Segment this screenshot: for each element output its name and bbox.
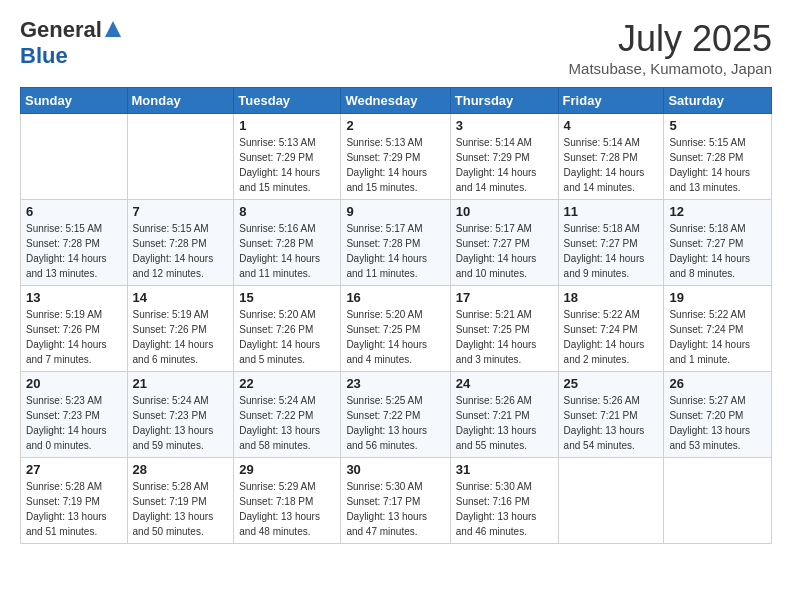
col-tuesday: Tuesday <box>234 88 341 114</box>
day-info: Sunrise: 5:26 AMSunset: 7:21 PMDaylight:… <box>456 393 553 453</box>
day-info: Sunrise: 5:25 AMSunset: 7:22 PMDaylight:… <box>346 393 444 453</box>
calendar-header-row: Sunday Monday Tuesday Wednesday Thursday… <box>21 88 772 114</box>
calendar-cell: 29Sunrise: 5:29 AMSunset: 7:18 PMDayligh… <box>234 458 341 544</box>
day-number: 3 <box>456 118 553 133</box>
day-number: 21 <box>133 376 229 391</box>
day-number: 7 <box>133 204 229 219</box>
calendar-cell: 10Sunrise: 5:17 AMSunset: 7:27 PMDayligh… <box>450 200 558 286</box>
logo-general: General <box>20 17 102 42</box>
logo-text: General <box>20 18 124 44</box>
svg-marker-0 <box>105 21 121 37</box>
day-info: Sunrise: 5:15 AMSunset: 7:28 PMDaylight:… <box>669 135 766 195</box>
day-info: Sunrise: 5:13 AMSunset: 7:29 PMDaylight:… <box>346 135 444 195</box>
day-number: 23 <box>346 376 444 391</box>
day-info: Sunrise: 5:27 AMSunset: 7:20 PMDaylight:… <box>669 393 766 453</box>
calendar-cell: 9Sunrise: 5:17 AMSunset: 7:28 PMDaylight… <box>341 200 450 286</box>
day-info: Sunrise: 5:23 AMSunset: 7:23 PMDaylight:… <box>26 393 122 453</box>
day-info: Sunrise: 5:17 AMSunset: 7:28 PMDaylight:… <box>346 221 444 281</box>
day-info: Sunrise: 5:22 AMSunset: 7:24 PMDaylight:… <box>564 307 659 367</box>
day-number: 2 <box>346 118 444 133</box>
col-thursday: Thursday <box>450 88 558 114</box>
calendar-week-row: 13Sunrise: 5:19 AMSunset: 7:26 PMDayligh… <box>21 286 772 372</box>
calendar-cell: 17Sunrise: 5:21 AMSunset: 7:25 PMDayligh… <box>450 286 558 372</box>
calendar-week-row: 27Sunrise: 5:28 AMSunset: 7:19 PMDayligh… <box>21 458 772 544</box>
day-number: 12 <box>669 204 766 219</box>
calendar-cell: 27Sunrise: 5:28 AMSunset: 7:19 PMDayligh… <box>21 458 128 544</box>
calendar-week-row: 6Sunrise: 5:15 AMSunset: 7:28 PMDaylight… <box>21 200 772 286</box>
calendar-cell: 26Sunrise: 5:27 AMSunset: 7:20 PMDayligh… <box>664 372 772 458</box>
day-info: Sunrise: 5:28 AMSunset: 7:19 PMDaylight:… <box>133 479 229 539</box>
day-info: Sunrise: 5:18 AMSunset: 7:27 PMDaylight:… <box>564 221 659 281</box>
day-number: 26 <box>669 376 766 391</box>
calendar-cell: 25Sunrise: 5:26 AMSunset: 7:21 PMDayligh… <box>558 372 664 458</box>
day-info: Sunrise: 5:24 AMSunset: 7:22 PMDaylight:… <box>239 393 335 453</box>
day-info: Sunrise: 5:14 AMSunset: 7:29 PMDaylight:… <box>456 135 553 195</box>
col-saturday: Saturday <box>664 88 772 114</box>
day-number: 30 <box>346 462 444 477</box>
calendar-cell: 19Sunrise: 5:22 AMSunset: 7:24 PMDayligh… <box>664 286 772 372</box>
day-info: Sunrise: 5:14 AMSunset: 7:28 PMDaylight:… <box>564 135 659 195</box>
calendar-cell: 7Sunrise: 5:15 AMSunset: 7:28 PMDaylight… <box>127 200 234 286</box>
day-info: Sunrise: 5:30 AMSunset: 7:17 PMDaylight:… <box>346 479 444 539</box>
day-number: 5 <box>669 118 766 133</box>
day-number: 28 <box>133 462 229 477</box>
calendar-cell: 5Sunrise: 5:15 AMSunset: 7:28 PMDaylight… <box>664 114 772 200</box>
logo-blue: Blue <box>20 43 68 68</box>
day-number: 8 <box>239 204 335 219</box>
calendar-cell: 28Sunrise: 5:28 AMSunset: 7:19 PMDayligh… <box>127 458 234 544</box>
calendar-cell: 22Sunrise: 5:24 AMSunset: 7:22 PMDayligh… <box>234 372 341 458</box>
day-number: 16 <box>346 290 444 305</box>
day-number: 17 <box>456 290 553 305</box>
calendar-cell: 16Sunrise: 5:20 AMSunset: 7:25 PMDayligh… <box>341 286 450 372</box>
day-info: Sunrise: 5:30 AMSunset: 7:16 PMDaylight:… <box>456 479 553 539</box>
day-number: 9 <box>346 204 444 219</box>
day-info: Sunrise: 5:22 AMSunset: 7:24 PMDaylight:… <box>669 307 766 367</box>
col-wednesday: Wednesday <box>341 88 450 114</box>
day-info: Sunrise: 5:15 AMSunset: 7:28 PMDaylight:… <box>26 221 122 281</box>
day-info: Sunrise: 5:13 AMSunset: 7:29 PMDaylight:… <box>239 135 335 195</box>
day-number: 29 <box>239 462 335 477</box>
day-info: Sunrise: 5:18 AMSunset: 7:27 PMDaylight:… <box>669 221 766 281</box>
calendar-cell: 21Sunrise: 5:24 AMSunset: 7:23 PMDayligh… <box>127 372 234 458</box>
logo: General Blue <box>20 18 124 68</box>
calendar-cell: 31Sunrise: 5:30 AMSunset: 7:16 PMDayligh… <box>450 458 558 544</box>
col-monday: Monday <box>127 88 234 114</box>
calendar-cell: 18Sunrise: 5:22 AMSunset: 7:24 PMDayligh… <box>558 286 664 372</box>
day-number: 22 <box>239 376 335 391</box>
day-number: 31 <box>456 462 553 477</box>
day-number: 27 <box>26 462 122 477</box>
day-number: 4 <box>564 118 659 133</box>
calendar-table: Sunday Monday Tuesday Wednesday Thursday… <box>20 87 772 544</box>
calendar-cell: 30Sunrise: 5:30 AMSunset: 7:17 PMDayligh… <box>341 458 450 544</box>
day-number: 6 <box>26 204 122 219</box>
day-info: Sunrise: 5:19 AMSunset: 7:26 PMDaylight:… <box>133 307 229 367</box>
calendar-cell: 12Sunrise: 5:18 AMSunset: 7:27 PMDayligh… <box>664 200 772 286</box>
title-block: July 2025 Matsubase, Kumamoto, Japan <box>569 18 772 77</box>
day-info: Sunrise: 5:15 AMSunset: 7:28 PMDaylight:… <box>133 221 229 281</box>
calendar-cell: 3Sunrise: 5:14 AMSunset: 7:29 PMDaylight… <box>450 114 558 200</box>
day-info: Sunrise: 5:16 AMSunset: 7:28 PMDaylight:… <box>239 221 335 281</box>
location: Matsubase, Kumamoto, Japan <box>569 60 772 77</box>
calendar-week-row: 20Sunrise: 5:23 AMSunset: 7:23 PMDayligh… <box>21 372 772 458</box>
day-info: Sunrise: 5:20 AMSunset: 7:26 PMDaylight:… <box>239 307 335 367</box>
header: General Blue July 2025 Matsubase, Kumamo… <box>20 18 772 77</box>
calendar-cell: 23Sunrise: 5:25 AMSunset: 7:22 PMDayligh… <box>341 372 450 458</box>
day-number: 13 <box>26 290 122 305</box>
day-number: 15 <box>239 290 335 305</box>
day-number: 24 <box>456 376 553 391</box>
calendar-cell: 8Sunrise: 5:16 AMSunset: 7:28 PMDaylight… <box>234 200 341 286</box>
day-number: 19 <box>669 290 766 305</box>
calendar-cell <box>127 114 234 200</box>
day-info: Sunrise: 5:21 AMSunset: 7:25 PMDaylight:… <box>456 307 553 367</box>
col-friday: Friday <box>558 88 664 114</box>
day-number: 10 <box>456 204 553 219</box>
calendar-cell: 1Sunrise: 5:13 AMSunset: 7:29 PMDaylight… <box>234 114 341 200</box>
logo-blue-text: Blue <box>20 44 124 68</box>
calendar-cell: 24Sunrise: 5:26 AMSunset: 7:21 PMDayligh… <box>450 372 558 458</box>
month-title: July 2025 <box>569 18 772 60</box>
day-info: Sunrise: 5:20 AMSunset: 7:25 PMDaylight:… <box>346 307 444 367</box>
logo-icon <box>103 19 123 39</box>
day-number: 1 <box>239 118 335 133</box>
calendar-cell: 15Sunrise: 5:20 AMSunset: 7:26 PMDayligh… <box>234 286 341 372</box>
calendar-cell: 2Sunrise: 5:13 AMSunset: 7:29 PMDaylight… <box>341 114 450 200</box>
